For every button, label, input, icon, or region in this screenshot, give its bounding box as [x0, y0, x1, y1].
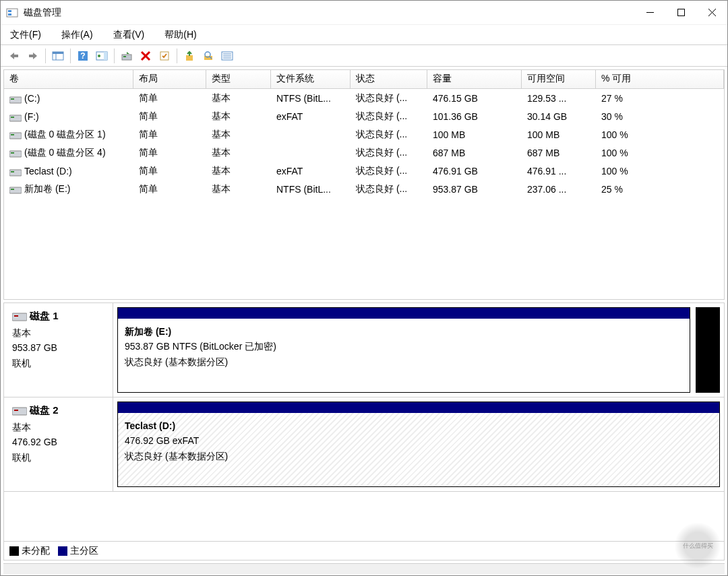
legend-swatch-unallocated	[9, 546, 19, 556]
svg-rect-7	[14, 55, 18, 57]
svg-rect-35	[11, 134, 14, 135]
disk-label[interactable]: 磁盘 2基本476.92 GB联机	[4, 397, 113, 491]
svg-rect-45	[14, 410, 18, 411]
svg-rect-30	[9, 97, 22, 103]
volume-list-body: (C:)简单基本NTFS (BitL...状态良好 (...476.15 GB1…	[4, 89, 724, 198]
svg-rect-4	[677, 9, 684, 16]
svg-rect-44	[12, 408, 27, 415]
svg-rect-37	[11, 152, 14, 154]
minimize-button[interactable]	[634, 1, 665, 25]
back-button[interactable]	[5, 47, 23, 65]
main-area: 卷 布局 类型 文件系统 状态 容量 可用空间 % 可用 (C:)简单基本NTF…	[1, 67, 727, 576]
column-capacity[interactable]: 容量	[427, 70, 522, 88]
disk-scroll-area[interactable]: 磁盘 1基本953.87 GB联机新加卷 (E:)953.87 GB NTFS …	[4, 303, 724, 541]
toolbar: ?	[1, 45, 727, 67]
window-title: 磁盘管理	[24, 7, 634, 19]
svg-rect-32	[9, 115, 22, 121]
menu-help[interactable]: 帮助(H)	[160, 28, 200, 42]
disk-name: 磁盘 2	[30, 404, 59, 416]
legend-swatch-primary	[58, 546, 67, 556]
app-icon	[6, 7, 18, 19]
disk-label[interactable]: 磁盘 1基本953.87 GB联机	[4, 303, 113, 397]
svg-rect-22	[186, 55, 193, 61]
volume-icon	[9, 113, 22, 121]
toolbar-separator	[177, 49, 177, 63]
menu-bar: 文件(F) 操作(A) 查看(V) 帮助(H)	[1, 25, 727, 45]
toolbar-separator	[114, 49, 115, 63]
close-button[interactable]	[696, 1, 727, 25]
unallocated-space[interactable]	[696, 307, 720, 393]
maximize-button[interactable]	[665, 1, 696, 25]
table-row[interactable]: 新加卷 (E:)简单基本NTFS (BitL...状态良好 (...953.87…	[4, 180, 724, 198]
column-filesystem[interactable]: 文件系统	[271, 70, 351, 88]
svg-rect-33	[11, 117, 14, 118]
table-row[interactable]: Teclast (D:)简单基本exFAT状态良好 (...476.91 GB4…	[4, 162, 724, 180]
toolbar-separator	[45, 49, 46, 63]
svg-text:?: ?	[80, 51, 85, 61]
column-layout[interactable]: 布局	[133, 70, 206, 88]
window-controls	[634, 1, 727, 25]
svg-rect-0	[7, 9, 18, 17]
svg-rect-43	[14, 315, 18, 317]
table-row[interactable]: (磁盘 0 磁盘分区 1)简单基本状态良好 (...100 MB100 MB10…	[4, 125, 724, 143]
column-type[interactable]: 类型	[206, 70, 271, 88]
volume-icon	[9, 95, 22, 103]
forward-button[interactable]	[24, 47, 42, 65]
action-pane-button[interactable]	[93, 47, 111, 65]
legend-unallocated: 未分配	[9, 545, 50, 557]
partition[interactable]: 新加卷 (E:)953.87 GB NTFS (BitLocker 已加密)状态…	[117, 307, 690, 393]
svg-rect-34	[9, 133, 22, 139]
partition-state: 状态良好 (基本数据分区)	[125, 449, 712, 463]
svg-rect-39	[11, 171, 14, 172]
partition-body: 新加卷 (E:)953.87 GB NTFS (BitLocker 已加密)状态…	[118, 319, 690, 392]
svg-rect-2	[8, 13, 11, 15]
partition-header	[118, 402, 719, 413]
disk-graphical-pane: 磁盘 1基本953.87 GB联机新加卷 (E:)953.87 GB NTFS …	[3, 302, 725, 561]
menu-action[interactable]: 操作(A)	[57, 28, 97, 42]
delete-button[interactable]	[137, 47, 154, 65]
svg-rect-38	[9, 170, 22, 176]
volume-icon	[9, 185, 22, 193]
disk-meta: 基本476.92 GB联机	[12, 420, 104, 465]
svg-rect-41	[11, 189, 14, 190]
column-status[interactable]: 状态	[351, 70, 427, 88]
show-hide-console-tree-button[interactable]	[49, 47, 67, 65]
menu-file[interactable]: 文件(F)	[6, 28, 45, 42]
table-row[interactable]: (C:)简单基本NTFS (BitL...状态良好 (...476.15 GB1…	[4, 89, 724, 107]
help-button[interactable]: ?	[74, 47, 92, 65]
disk-icon	[12, 406, 27, 416]
partition-header	[118, 308, 690, 319]
menu-view[interactable]: 查看(V)	[109, 28, 149, 42]
svg-rect-1	[8, 10, 11, 12]
table-row[interactable]: (F:)简单基本exFAT状态良好 (...101.36 GB30.14 GB3…	[4, 107, 724, 125]
legend: 未分配 主分区	[4, 541, 724, 560]
disk-name: 磁盘 1	[30, 310, 59, 321]
svg-rect-15	[104, 52, 107, 60]
refresh-button[interactable]	[118, 47, 135, 65]
partition-name: 新加卷 (E:)	[125, 324, 683, 339]
disk-row: 磁盘 1基本953.87 GB联机新加卷 (E:)953.87 GB NTFS …	[4, 303, 724, 397]
disk-partitions: Teclast (D:)476.92 GB exFAT状态良好 (基本数据分区)	[113, 397, 724, 491]
svg-rect-10	[53, 52, 63, 54]
title-bar: 磁盘管理	[1, 1, 727, 25]
toolbar-separator	[70, 49, 71, 63]
column-free[interactable]: 可用空间	[522, 70, 596, 88]
table-row[interactable]: (磁盘 0 磁盘分区 4)简单基本状态良好 (...687 MB687 MB10…	[4, 143, 724, 162]
volume-list-pane: 卷 布局 类型 文件系统 状态 容量 可用空间 % 可用 (C:)简单基本NTF…	[3, 69, 725, 300]
svg-rect-18	[123, 56, 126, 57]
partition-state: 状态良好 (基本数据分区)	[125, 354, 683, 369]
properties-button[interactable]	[156, 47, 173, 65]
svg-rect-40	[9, 187, 22, 193]
partition-body: Teclast (D:)476.92 GB exFAT状态良好 (基本数据分区)	[118, 413, 719, 486]
import-button[interactable]	[181, 47, 198, 65]
disk-partitions: 新加卷 (E:)953.87 GB NTFS (BitLocker 已加密)状态…	[113, 303, 724, 397]
legend-primary: 主分区	[58, 545, 98, 557]
partition-name: Teclast (D:)	[125, 418, 712, 433]
svg-rect-36	[9, 151, 22, 157]
column-volume[interactable]: 卷	[4, 70, 133, 88]
horizontal-scrollbar[interactable]	[3, 563, 725, 574]
partition[interactable]: Teclast (D:)476.92 GB exFAT状态良好 (基本数据分区)	[117, 402, 720, 487]
search-button[interactable]	[200, 47, 217, 65]
column-pct[interactable]: % 可用	[596, 70, 724, 88]
list-button[interactable]	[218, 47, 236, 65]
